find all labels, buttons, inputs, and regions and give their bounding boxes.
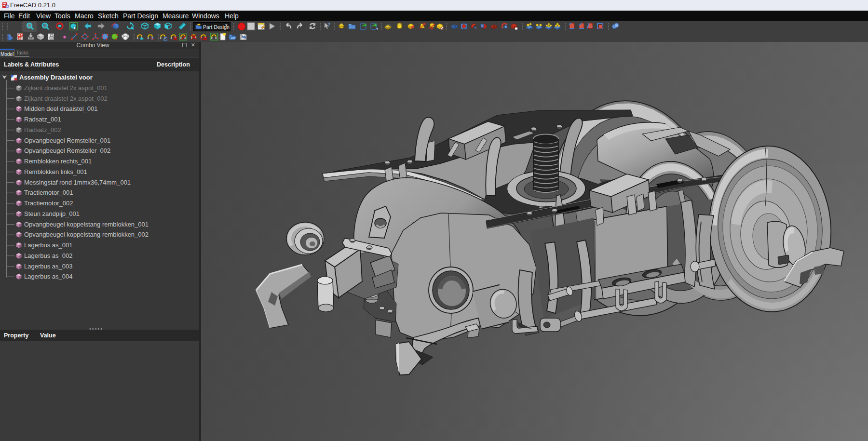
svg-text:?: ? bbox=[327, 22, 330, 27]
